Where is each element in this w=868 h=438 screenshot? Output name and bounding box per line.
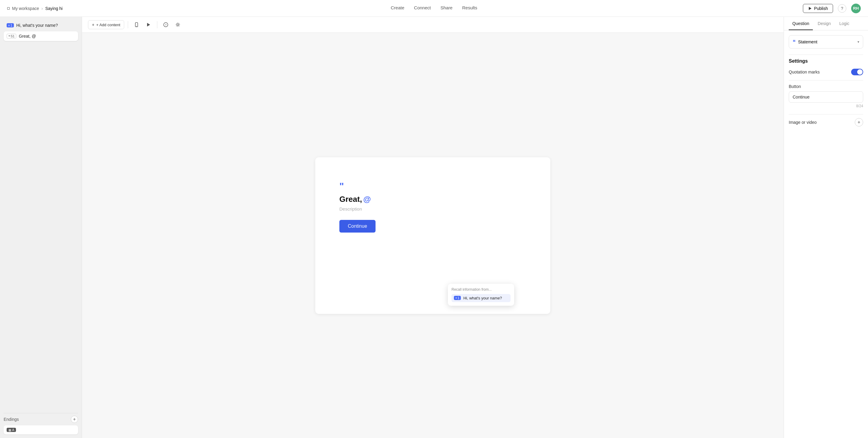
current-page: Saying hi — [45, 6, 63, 11]
avatar-initials: RH — [853, 6, 859, 10]
nav-center: Create Connect Share Results — [391, 5, 477, 11]
question-text: Hi, what's your name? — [16, 23, 58, 28]
nav-right: Publish ? RH — [803, 4, 861, 13]
chart-icon: ▦ — [8, 428, 11, 432]
help-content-button[interactable]: ? — [161, 20, 170, 30]
char-count: 8/24 — [789, 104, 863, 108]
tab-connect[interactable]: Connect — [414, 5, 431, 11]
statement-type-icon: ❝ — [793, 39, 796, 45]
svg-marker-3 — [147, 23, 150, 27]
workspace-link[interactable]: My workspace — [12, 6, 39, 11]
continue-button[interactable]: Continue — [339, 220, 375, 233]
image-or-video-row: Image or video + — [789, 118, 863, 127]
button-label: Button — [789, 84, 863, 89]
right-panel: Question Design Logic ❝ Statement ▾ Sett… — [784, 17, 868, 438]
play-icon — [808, 6, 812, 10]
question-lines-icon: ≡ — [8, 24, 10, 27]
sidebar-divider — [4, 413, 78, 413]
ending-badge: ▦ A — [7, 428, 16, 432]
avatar[interactable]: RH — [851, 4, 861, 13]
quotation-marks-row: Quotation marks — [789, 69, 863, 75]
canvas-area: " Great, @ Description Continue Recall i… — [82, 33, 784, 438]
tab-results[interactable]: Results — [462, 5, 477, 11]
settings-header: Settings — [789, 59, 863, 64]
publish-button[interactable]: Publish — [803, 4, 833, 13]
button-section: Button 8/24 — [789, 84, 863, 108]
tab-create[interactable]: Create — [391, 5, 404, 11]
type-label: Statement — [798, 39, 817, 44]
tab-question-label: Question — [792, 21, 809, 26]
recall-label: Recall information from... — [452, 288, 510, 292]
center-area: + + Add content ? — [82, 17, 784, 438]
publish-label: Publish — [814, 6, 828, 11]
ending-label: A — [12, 428, 14, 432]
tab-logic-label: Logic — [839, 21, 849, 26]
question-badge: ≡ 1 — [7, 23, 14, 27]
continue-label: Continue — [348, 224, 367, 229]
tab-share[interactable]: Share — [440, 5, 453, 11]
panel-divider-3 — [789, 114, 863, 114]
add-content-label: + Add content — [96, 23, 120, 27]
breadcrumb: My workspace › Saying hi — [7, 6, 63, 11]
at-mention: @ — [363, 195, 371, 204]
type-selector-left: ❝ Statement — [793, 39, 817, 45]
sidebar-item-q1[interactable]: ≡ 1 Hi, what's your name? — [4, 21, 78, 30]
help-circle-icon: ? — [163, 22, 168, 27]
settings-button[interactable] — [173, 20, 183, 30]
type-selector[interactable]: ❝ Statement ▾ — [789, 35, 863, 48]
tab-question[interactable]: Question — [789, 17, 813, 30]
question-number: 1 — [10, 24, 12, 27]
tab-design-label: Design — [818, 21, 831, 26]
toolbar-separator-2 — [157, 21, 157, 28]
recall-item-badge: ≡ 1 — [454, 296, 461, 300]
recall-lines-icon: ≡ — [456, 296, 457, 299]
card-description[interactable]: Description — [339, 206, 362, 211]
panel-divider-2 — [789, 80, 863, 80]
quotation-marks-label: Quotation marks — [789, 70, 820, 74]
endings-section: Endings + ▦ A — [0, 407, 82, 438]
endings-title: Endings — [4, 417, 19, 422]
add-ending-button[interactable]: + — [71, 416, 78, 423]
tab-design[interactable]: Design — [814, 17, 835, 30]
toggle-knob — [857, 69, 863, 75]
panel-body: ❝ Statement ▾ Settings Quotation marks B… — [784, 30, 868, 438]
ending-item-a[interactable]: ▦ A — [4, 425, 78, 434]
statement-text: Great, @ — [19, 34, 36, 39]
toolbar-separator-1 — [128, 21, 128, 28]
card-title[interactable]: Great, @ — [339, 195, 371, 204]
top-nav: My workspace › Saying hi Create Connect … — [0, 0, 868, 17]
quotation-marks-toggle[interactable] — [851, 69, 863, 75]
workspace-icon — [7, 7, 10, 10]
tab-logic[interactable]: Logic — [836, 17, 853, 30]
svg-point-2 — [136, 26, 137, 27]
panel-tabs: Question Design Logic — [784, 17, 868, 30]
recall-item-number: 1 — [458, 296, 459, 300]
play-icon — [146, 22, 151, 27]
image-or-video-label: Image or video — [789, 120, 817, 125]
recall-item-text: Hi, what's your name? — [463, 296, 502, 300]
panel-divider-1 — [789, 55, 863, 55]
button-text-input[interactable] — [789, 91, 863, 103]
breadcrumb-separator: › — [41, 6, 43, 11]
canvas-card: " Great, @ Description Continue Recall i… — [315, 157, 550, 314]
endings-header: Endings + — [4, 416, 78, 423]
help-button[interactable]: ? — [838, 4, 846, 13]
preview-button[interactable] — [144, 20, 153, 30]
grid-icon — [7, 7, 10, 10]
mobile-icon — [134, 22, 139, 27]
svg-marker-0 — [809, 7, 812, 10]
add-content-button[interactable]: + + Add content — [88, 20, 124, 29]
main-layout: ≡ 1 Hi, what's your name? ❝ S1 Great, @ … — [0, 17, 868, 438]
svg-point-6 — [177, 24, 179, 26]
plus-icon: + — [92, 22, 94, 27]
quote-mark: " — [339, 181, 344, 191]
add-image-button[interactable]: + — [855, 118, 863, 127]
sidebar-items-list: ≡ 1 Hi, what's your name? ❝ S1 Great, @ — [0, 17, 82, 44]
sidebar-item-s1[interactable]: ❝ S1 Great, @ — [4, 31, 78, 41]
left-sidebar: ≡ 1 Hi, what's your name? ❝ S1 Great, @ … — [0, 17, 82, 438]
svg-text:?: ? — [165, 24, 167, 27]
title-text: Great, — [339, 195, 362, 204]
statement-number: S1 — [10, 34, 14, 38]
recall-item[interactable]: ≡ 1 Hi, what's your name? — [452, 294, 510, 302]
mobile-view-button[interactable] — [132, 20, 141, 30]
